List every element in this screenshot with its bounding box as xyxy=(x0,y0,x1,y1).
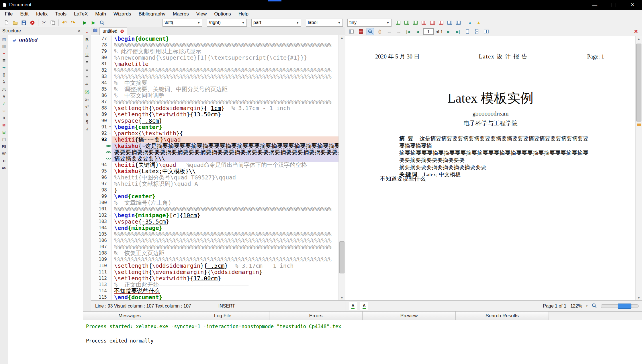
smiley-symbols-icon[interactable]: ☺ xyxy=(1,107,7,114)
line-number-gutter[interactable] xyxy=(91,143,112,149)
cut-icon[interactable]: ✂ xyxy=(40,19,48,27)
code-line[interactable]: 86% 中英文同时调整 xyxy=(91,92,339,99)
tab-close-icon[interactable] xyxy=(120,29,124,33)
editor-scrollbar[interactable]: ▲ ▼ xyxy=(338,35,345,300)
code-line[interactable]: 114不知道要说些什么 xyxy=(91,288,339,294)
line-number-gutter[interactable] xyxy=(91,149,112,155)
line-number-gutter[interactable] xyxy=(91,155,112,162)
code-line[interactable]: 110\setlength{\oddsidemargin}{-.5cm} % 3… xyxy=(91,263,339,269)
table-remove-icon[interactable] xyxy=(437,19,445,27)
redo-icon[interactable]: ↷ xyxy=(69,19,77,27)
linebreak-icon[interactable]: ↵ xyxy=(84,81,91,87)
zoom-dropdown-caret-icon[interactable]: ▾ xyxy=(586,304,588,308)
copy-icon[interactable] xyxy=(48,19,57,27)
back-icon[interactable]: ← xyxy=(385,28,393,35)
code-line[interactable]: 104\end{minipage} xyxy=(91,225,339,231)
bold-icon[interactable]: B xyxy=(84,36,91,43)
output-tab-messages[interactable]: Messages xyxy=(83,312,176,320)
align-right-icon[interactable]: ≡ xyxy=(84,74,91,80)
a-toggle-icon-1[interactable]: A xyxy=(349,302,357,310)
line-number-gutter[interactable]: 82 xyxy=(91,67,112,73)
output-tab-log-file[interactable]: Log File xyxy=(176,312,269,320)
close-button[interactable]: × xyxy=(623,0,642,10)
code-line[interactable]: 94\heiti{关键词}\quad %quad命令是留出当前字体下的一个汉字的… xyxy=(91,162,339,168)
scroll-up-icon[interactable]: ▲ xyxy=(339,35,345,40)
code-line[interactable]: 112\setlength{\textwidth}{17.00cm} xyxy=(91,275,339,281)
superscript-icon[interactable]: x² xyxy=(84,103,91,110)
line-number-gutter[interactable]: 110 xyxy=(91,263,112,269)
greek-symbols-icon[interactable]: λ xyxy=(1,79,7,85)
print-pdf-icon[interactable]: PDF xyxy=(357,28,365,35)
line-number-gutter[interactable]: 108 xyxy=(91,250,112,256)
fold-marker-icon[interactable]: ▾ xyxy=(109,130,111,136)
code-line[interactable]: 80%\newcommand{\supercite}[1]{\textsuper… xyxy=(91,54,339,61)
menu-item-view[interactable]: View xyxy=(193,11,211,17)
code-line[interactable]: 95\kaishu{Latex;中文模板}\\ xyxy=(91,168,339,174)
paragraph-symbol-icon[interactable]: ¶ xyxy=(84,118,91,125)
table-remove-row-icon[interactable] xyxy=(420,19,428,27)
table-align-icon[interactable] xyxy=(454,19,463,27)
italic-icon[interactable]: I xyxy=(84,44,91,50)
table-add-row-icon[interactable] xyxy=(402,19,411,27)
code-line[interactable]: 90\vspace{-.8cm} xyxy=(91,118,339,124)
code-line[interactable]: 100% 文章编号(左上角) xyxy=(91,199,339,206)
output-tab-search-results[interactable]: Search Results xyxy=(456,312,549,320)
view-pdf-icon[interactable] xyxy=(98,19,106,27)
zoom-slider[interactable] xyxy=(601,304,639,308)
hand-tool-icon[interactable] xyxy=(376,28,383,35)
line-number-gutter[interactable]: 89 xyxy=(91,111,112,118)
line-number-gutter[interactable]: 103 xyxy=(91,218,112,225)
code-line[interactable]: 81\maketitle xyxy=(91,61,339,67)
a-toggle-icon-2[interactable]: A xyxy=(360,302,368,310)
menu-item-macros[interactable]: Macros xyxy=(169,11,193,17)
menu-item-tools[interactable]: Tools xyxy=(51,11,70,17)
line-number-gutter[interactable]: 78 xyxy=(91,42,112,48)
line-number-gutter[interactable]: 92▾ xyxy=(91,130,112,136)
undo-icon[interactable]: ↶ xyxy=(60,19,69,27)
pstricks-panel-icon[interactable]: PS xyxy=(1,143,7,150)
continuous-page-icon[interactable] xyxy=(473,28,481,35)
forward-icon[interactable]: → xyxy=(395,28,402,35)
code-line[interactable]: 82%%%%%%%%%%%%%%%%%%%%%%%%%%%%%%%%%%%%%%… xyxy=(91,67,339,73)
editor-scrollbar-thumb[interactable] xyxy=(339,241,345,273)
line-number-gutter[interactable]: 87 xyxy=(91,99,112,105)
menu-item-math[interactable]: Math xyxy=(91,11,110,17)
line-number-gutter[interactable]: 97 xyxy=(91,181,112,187)
display-math-icon[interactable]: $$ xyxy=(84,89,91,95)
line-number-gutter[interactable]: 101 xyxy=(91,206,112,212)
code-line[interactable]: 97%\heiti{文献标识码}\quad A xyxy=(91,181,339,187)
misc-math-symbols-icon[interactable]: ⊠ xyxy=(1,122,7,128)
cyrillic-symbols-icon[interactable]: Ж xyxy=(1,86,7,92)
line-number-gutter[interactable]: 80 xyxy=(91,54,112,61)
code-line[interactable]: 107%%%%%%%%%%%%%%%%%%%%%%%%%%%%%%%%%%%%%… xyxy=(91,244,339,250)
sectioning-combo[interactable]: part▼ xyxy=(251,19,301,27)
code-line[interactable]: 115\end{document} xyxy=(91,294,339,300)
table-add-column-icon[interactable] xyxy=(411,19,420,27)
code-line[interactable]: 102▾\begin{minipage}[c]{10cm} xyxy=(91,212,339,218)
fold-marker-icon[interactable]: ▾ xyxy=(109,124,111,130)
compile-icon[interactable]: ▶ xyxy=(89,19,98,27)
section-symbol-icon[interactable]: § xyxy=(84,111,91,117)
line-number-gutter[interactable]: 83 xyxy=(91,73,112,80)
code-line[interactable]: 113% 正文由此开始—————————————————————————— xyxy=(91,281,339,288)
menu-item-idefix[interactable]: Idefix xyxy=(32,11,52,17)
right-delimiter-combo[interactable]: \right)▼ xyxy=(207,19,247,27)
code-line[interactable]: 103\vspace{-35.5cm} xyxy=(91,218,339,225)
line-number-gutter[interactable]: 91▾ xyxy=(91,124,112,130)
code-line[interactable]: 96%\heiti{中图分类号\quad TG9527}\qquad xyxy=(91,174,339,181)
line-number-gutter[interactable]: 77 xyxy=(91,36,112,42)
code-line-wrap[interactable]: 摘要摘要要要要}\\ xyxy=(91,155,339,162)
frame-symbols-icon[interactable]: ▢ xyxy=(1,136,7,142)
menu-item-help[interactable]: Help xyxy=(235,11,252,17)
line-number-gutter[interactable]: 107 xyxy=(91,244,112,250)
line-number-gutter[interactable]: 106 xyxy=(91,237,112,244)
table-add-icon[interactable] xyxy=(394,19,402,27)
accent-symbols-icon[interactable]: á xyxy=(1,115,7,121)
line-number-gutter[interactable]: 102▾ xyxy=(91,212,112,218)
align-left-icon[interactable]: ≡ xyxy=(84,59,91,65)
first-page-icon[interactable]: |◀ xyxy=(404,28,412,35)
close-viewer-icon[interactable]: × xyxy=(632,28,640,35)
scroll-down-icon[interactable]: ▼ xyxy=(339,295,345,300)
facing-pages-icon[interactable] xyxy=(483,28,490,35)
tab-untitled[interactable]: untitled xyxy=(99,28,127,35)
